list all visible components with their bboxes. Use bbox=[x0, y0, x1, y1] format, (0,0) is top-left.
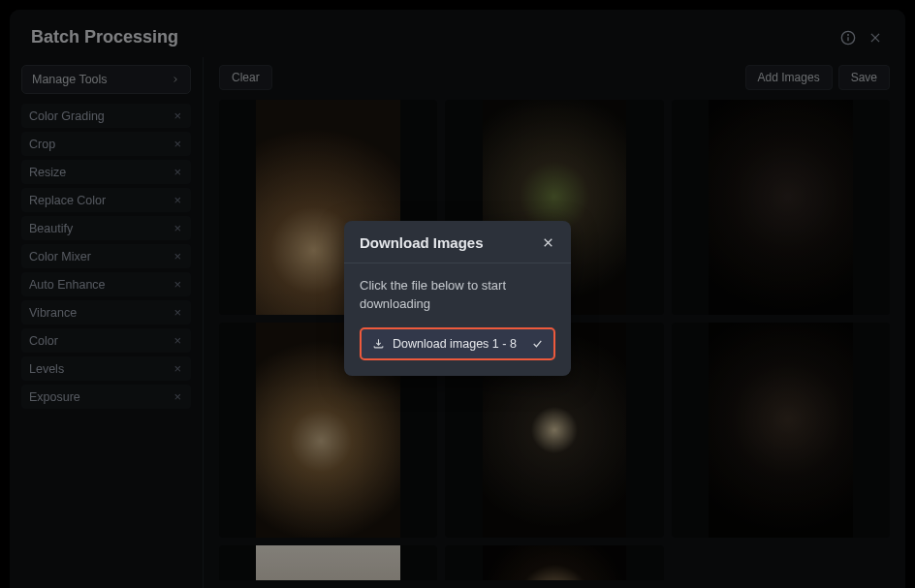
header-actions bbox=[839, 29, 884, 46]
remove-tool-icon[interactable]: × bbox=[172, 165, 183, 179]
remove-tool-icon[interactable]: × bbox=[172, 333, 183, 348]
remove-tool-icon[interactable]: × bbox=[172, 108, 183, 123]
tool-color-mixer[interactable]: Color Mixer × bbox=[21, 244, 191, 268]
tool-label: Color bbox=[29, 334, 58, 348]
modal-header: Download Images bbox=[344, 221, 571, 263]
remove-tool-icon[interactable]: × bbox=[172, 277, 183, 292]
remove-tool-icon[interactable]: × bbox=[172, 249, 183, 263]
tool-label: Beautify bbox=[29, 222, 73, 235]
download-file-label: Download images 1 - 8 bbox=[393, 337, 522, 351]
tool-label: Color Mixer bbox=[29, 250, 91, 263]
svg-point-2 bbox=[848, 34, 849, 35]
manage-tools-label: Manage Tools bbox=[32, 73, 108, 86]
panel-header: Batch Processing bbox=[10, 10, 905, 57]
modal-title: Download Images bbox=[360, 234, 484, 251]
tool-label: Exposure bbox=[29, 390, 80, 404]
image-thumbnail[interactable] bbox=[445, 545, 663, 580]
modal-close-icon[interactable] bbox=[540, 235, 555, 251]
remove-tool-icon[interactable]: × bbox=[172, 193, 183, 207]
tool-label: Auto Enhance bbox=[29, 278, 106, 292]
sidebar: Manage Tools Color Grading × Crop × Resi… bbox=[10, 57, 204, 588]
check-icon bbox=[530, 337, 544, 351]
tool-color-grading[interactable]: Color Grading × bbox=[21, 104, 191, 128]
info-icon[interactable] bbox=[839, 29, 857, 46]
tool-auto-enhance[interactable]: Auto Enhance × bbox=[21, 272, 191, 296]
modal-body: Click the file below to start downloadin… bbox=[344, 263, 571, 376]
panel-title: Batch Processing bbox=[31, 27, 178, 47]
remove-tool-icon[interactable]: × bbox=[172, 361, 183, 376]
remove-tool-icon[interactable]: × bbox=[172, 221, 183, 235]
tool-replace-color[interactable]: Replace Color × bbox=[21, 188, 191, 212]
tool-beautify[interactable]: Beautify × bbox=[21, 216, 191, 240]
download-file-row[interactable]: Download images 1 - 8 bbox=[360, 327, 555, 360]
image-thumbnail[interactable] bbox=[672, 100, 890, 315]
tool-label: Replace Color bbox=[29, 194, 106, 207]
chevron-right-icon bbox=[171, 75, 180, 84]
remove-tool-icon[interactable]: × bbox=[172, 137, 183, 151]
tool-label: Levels bbox=[29, 362, 64, 376]
toolbar: Clear Add Images Save bbox=[219, 65, 890, 90]
tool-resize[interactable]: Resize × bbox=[21, 160, 191, 184]
tool-exposure[interactable]: Exposure × bbox=[21, 385, 191, 409]
manage-tools-button[interactable]: Manage Tools bbox=[21, 65, 191, 94]
remove-tool-icon[interactable]: × bbox=[172, 389, 183, 404]
tool-vibrance[interactable]: Vibrance × bbox=[21, 300, 191, 325]
modal-instructions: Click the file below to start downloadin… bbox=[360, 277, 555, 314]
remove-tool-icon[interactable]: × bbox=[172, 305, 183, 320]
download-icon bbox=[371, 337, 385, 351]
tool-crop[interactable]: Crop × bbox=[21, 132, 191, 156]
tool-label: Resize bbox=[29, 166, 66, 179]
close-icon[interactable] bbox=[867, 29, 884, 46]
tool-color[interactable]: Color × bbox=[21, 328, 191, 353]
image-thumbnail[interactable] bbox=[219, 545, 437, 580]
save-button[interactable]: Save bbox=[838, 65, 890, 90]
clear-button[interactable]: Clear bbox=[219, 65, 272, 90]
tool-levels[interactable]: Levels × bbox=[21, 356, 191, 381]
tool-label: Color Grading bbox=[29, 109, 105, 123]
add-images-button[interactable]: Add Images bbox=[745, 65, 833, 90]
tool-label: Vibrance bbox=[29, 306, 77, 320]
tool-label: Crop bbox=[29, 138, 55, 151]
download-images-modal: Download Images Click the file below to … bbox=[344, 221, 571, 376]
image-thumbnail[interactable] bbox=[672, 323, 890, 538]
